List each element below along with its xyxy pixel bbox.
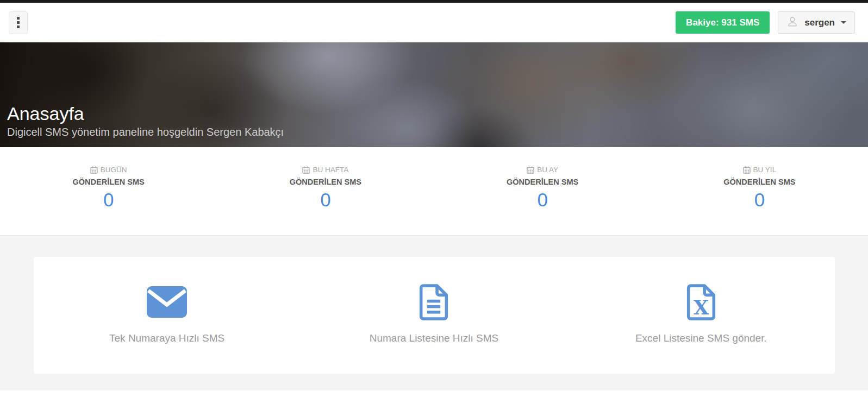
stat-today: BUGÜN GÖNDERİLEN SMS 0 <box>0 147 217 235</box>
page-subtitle: Digicell SMS yönetim paneline hoşgeldin … <box>7 126 284 138</box>
stat-period-label: BU HAFTA <box>313 166 348 174</box>
balance-button[interactable]: Bakiye: 931 SMS <box>676 11 770 34</box>
calendar-icon <box>302 166 310 174</box>
svg-text:X: X <box>694 295 709 319</box>
stat-period-label: BUGÜN <box>101 166 127 174</box>
action-single-number-sms[interactable]: Tek Numaraya Hızlı SMS <box>34 257 301 374</box>
calendar-icon <box>743 166 751 174</box>
calendar-icon <box>90 166 98 174</box>
stat-period-label: BU YIL <box>753 166 777 174</box>
envelope-icon <box>147 286 187 318</box>
stat-title: GÖNDERİLEN SMS <box>651 178 868 186</box>
stat-period-label: BU AY <box>537 166 558 174</box>
kebab-menu-icon <box>17 17 20 20</box>
hero-banner: Anasayfa Digicell SMS yönetim paneline h… <box>0 42 868 147</box>
excel-file-icon: X <box>685 282 717 322</box>
action-number-list-sms[interactable]: Numara Listesine Hızlı SMS <box>301 257 567 374</box>
action-label: Tek Numaraya Hızlı SMS <box>109 332 224 344</box>
stat-this-month: BU AY GÖNDERİLEN SMS 0 <box>434 147 651 235</box>
chevron-down-icon <box>841 21 846 24</box>
document-icon <box>417 282 450 322</box>
stat-this-year: BU YIL GÖNDERİLEN SMS 0 <box>651 147 868 235</box>
user-name: sergen <box>804 17 835 28</box>
stat-this-week: BU HAFTA GÖNDERİLEN SMS 0 <box>217 147 434 235</box>
stat-title: GÖNDERİLEN SMS <box>217 178 434 186</box>
header-actions: Bakiye: 931 SMS sergen <box>676 11 855 34</box>
stat-title: GÖNDERİLEN SMS <box>0 178 217 186</box>
menu-button[interactable] <box>9 11 28 34</box>
hero-text-block: Anasayfa Digicell SMS yönetim paneline h… <box>7 103 284 138</box>
action-excel-list-sms[interactable]: X Excel Listesine SMS gönder. <box>567 257 834 374</box>
quick-actions-card: Tek Numaraya Hızlı SMS Numara Listesine … <box>34 257 835 374</box>
page-title: Anasayfa <box>7 103 284 124</box>
header-bar: Bakiye: 931 SMS sergen <box>0 3 868 42</box>
stat-title: GÖNDERİLEN SMS <box>434 178 651 186</box>
calendar-icon <box>527 166 534 174</box>
action-label: Numara Listesine Hızlı SMS <box>370 332 499 344</box>
footer-strip <box>0 390 868 397</box>
action-label: Excel Listesine SMS gönder. <box>635 332 767 344</box>
stat-value: 0 <box>434 189 651 211</box>
user-menu-button[interactable]: sergen <box>778 11 855 34</box>
content-area: Tek Numaraya Hızlı SMS Numara Listesine … <box>0 236 868 390</box>
stat-value: 0 <box>0 189 217 211</box>
stat-value: 0 <box>217 189 434 211</box>
stat-value: 0 <box>651 189 868 211</box>
user-icon <box>786 16 798 30</box>
stats-strip: BUGÜN GÖNDERİLEN SMS 0 BU HAFTA GÖNDERİL… <box>0 147 868 236</box>
